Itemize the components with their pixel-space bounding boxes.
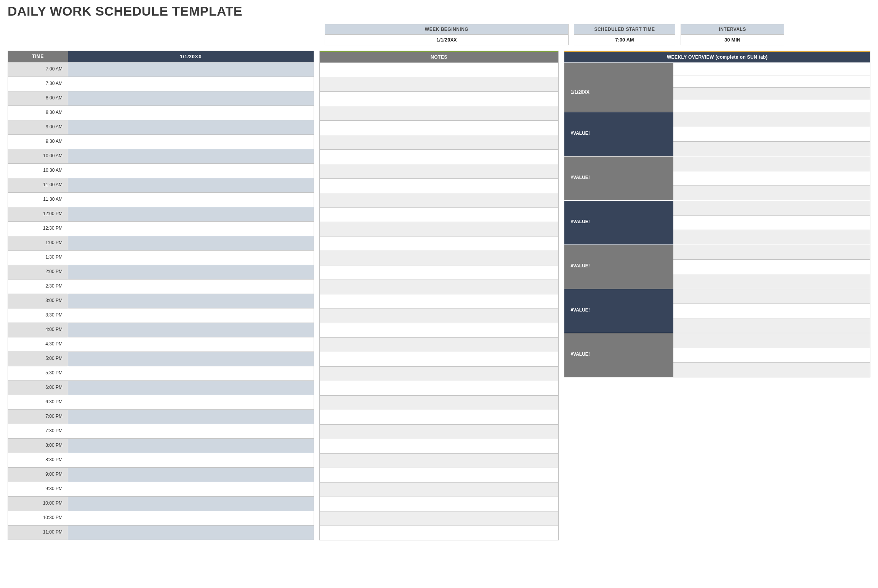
note-row[interactable] — [320, 251, 559, 265]
overview-cell[interactable] — [673, 230, 870, 244]
note-row[interactable] — [320, 439, 559, 453]
note-row[interactable] — [320, 120, 559, 135]
task-cell[interactable] — [68, 236, 314, 250]
note-row[interactable] — [320, 294, 559, 308]
task-cell[interactable] — [68, 135, 314, 149]
overview-cell[interactable] — [673, 63, 870, 75]
task-cell[interactable] — [68, 439, 314, 453]
note-row[interactable] — [320, 280, 559, 294]
intervals-value[interactable]: 30 MIN — [681, 35, 784, 45]
time-cell: 11:30 AM — [8, 193, 68, 207]
overview-cell[interactable] — [673, 245, 870, 259]
task-cell[interactable] — [68, 207, 314, 221]
note-row[interactable] — [320, 453, 559, 468]
note-row[interactable] — [320, 337, 559, 352]
task-cell[interactable] — [68, 120, 314, 134]
note-row[interactable] — [320, 497, 559, 511]
task-cell[interactable] — [68, 91, 314, 105]
overview-cell[interactable] — [673, 215, 870, 230]
note-row[interactable] — [320, 222, 559, 236]
note-row[interactable] — [320, 366, 559, 381]
time-cell: 8:30 AM — [8, 106, 68, 120]
overview-cell[interactable] — [673, 259, 870, 274]
note-row[interactable] — [320, 77, 559, 91]
overview-cell[interactable] — [673, 141, 870, 156]
note-row[interactable] — [320, 91, 559, 106]
note-row[interactable] — [320, 323, 559, 337]
overview-day-label: #VALUE! — [564, 157, 673, 200]
task-cell[interactable] — [68, 106, 314, 120]
task-cell[interactable] — [68, 164, 314, 178]
overview-cell[interactable] — [673, 201, 870, 215]
overview-cell[interactable] — [673, 318, 870, 333]
task-cell[interactable] — [68, 352, 314, 366]
task-cell[interactable] — [68, 337, 314, 352]
task-cell[interactable] — [68, 395, 314, 409]
note-row[interactable] — [320, 207, 559, 222]
task-cell[interactable] — [68, 193, 314, 207]
task-cell[interactable] — [68, 366, 314, 380]
task-cell[interactable] — [68, 62, 314, 77]
overview-cell[interactable] — [673, 362, 870, 377]
overview-day-row: 1/1/20XX — [564, 62, 870, 112]
overview-cell[interactable] — [673, 348, 870, 363]
overview-cell[interactable] — [673, 304, 870, 318]
task-cell[interactable] — [68, 280, 314, 294]
task-cell[interactable] — [68, 265, 314, 279]
overview-cell[interactable] — [673, 75, 870, 88]
note-row[interactable] — [320, 468, 559, 482]
task-cell[interactable] — [68, 424, 314, 438]
top-settings-row: WEEK BEGINNING 1/1/20XX SCHEDULED START … — [325, 24, 870, 45]
task-cell[interactable] — [68, 77, 314, 91]
note-row[interactable] — [320, 511, 559, 526]
task-cell[interactable] — [68, 468, 314, 482]
task-cell[interactable] — [68, 381, 314, 395]
task-cell[interactable] — [68, 482, 314, 496]
task-cell[interactable] — [68, 308, 314, 323]
schedule-row: 9:00 PM — [8, 467, 314, 482]
note-row[interactable] — [320, 410, 559, 424]
note-row[interactable] — [320, 265, 559, 280]
overview-cell[interactable] — [673, 289, 870, 304]
schedule-row: 3:00 PM — [8, 294, 314, 308]
overview-cell[interactable] — [673, 171, 870, 186]
task-cell[interactable] — [68, 453, 314, 467]
task-cell[interactable] — [68, 511, 314, 525]
overview-cell[interactable] — [673, 274, 870, 289]
note-row[interactable] — [320, 381, 559, 395]
overview-cell[interactable] — [673, 87, 870, 100]
note-row[interactable] — [320, 178, 559, 193]
overview-cell[interactable] — [673, 112, 870, 127]
note-row[interactable] — [320, 236, 559, 251]
note-row[interactable] — [320, 164, 559, 178]
overview-cell[interactable] — [673, 100, 870, 112]
scheduled-start-time-value[interactable]: 7:00 AM — [574, 35, 675, 45]
note-row[interactable] — [320, 193, 559, 207]
note-row[interactable] — [320, 424, 559, 439]
overview-day-cells — [673, 201, 870, 244]
task-cell[interactable] — [68, 251, 314, 265]
task-cell[interactable] — [68, 497, 314, 511]
task-cell[interactable] — [68, 149, 314, 163]
note-row[interactable] — [320, 149, 559, 164]
note-row[interactable] — [320, 526, 559, 540]
task-cell[interactable] — [68, 294, 314, 308]
task-cell[interactable] — [68, 323, 314, 337]
task-cell[interactable] — [68, 178, 314, 192]
schedule-row: 4:30 PM — [8, 337, 314, 352]
task-cell[interactable] — [68, 222, 314, 236]
note-row[interactable] — [320, 62, 559, 77]
overview-cell[interactable] — [673, 333, 870, 348]
note-row[interactable] — [320, 308, 559, 323]
week-beginning-value[interactable]: 1/1/20XX — [325, 35, 568, 45]
overview-cell[interactable] — [673, 185, 870, 200]
overview-cell[interactable] — [673, 127, 870, 142]
task-cell[interactable] — [68, 526, 314, 540]
note-row[interactable] — [320, 352, 559, 366]
note-row[interactable] — [320, 482, 559, 497]
note-row[interactable] — [320, 395, 559, 410]
note-row[interactable] — [320, 135, 559, 149]
task-cell[interactable] — [68, 410, 314, 424]
overview-cell[interactable] — [673, 157, 870, 171]
note-row[interactable] — [320, 106, 559, 120]
